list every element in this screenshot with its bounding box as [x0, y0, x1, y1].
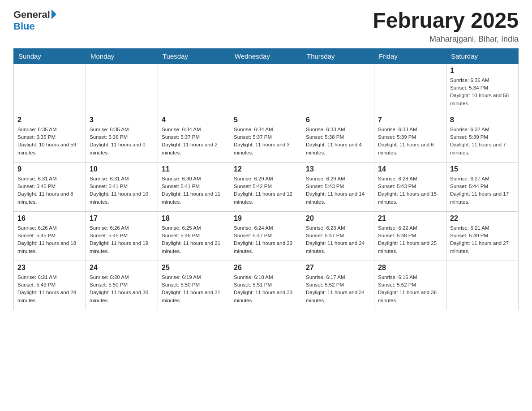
day-number: 11 [162, 165, 226, 173]
day-info: Sunrise: 6:33 AMSunset: 5:39 PMDaylight:… [378, 126, 442, 157]
calendar-cell: 6Sunrise: 6:33 AMSunset: 5:38 PMDaylight… [302, 113, 374, 162]
day-number: 22 [450, 214, 515, 223]
calendar-cell: 17Sunrise: 6:26 AMSunset: 5:45 PMDayligh… [86, 211, 158, 261]
day-info: Sunrise: 6:27 AMSunset: 5:44 PMDaylight:… [450, 175, 515, 206]
calendar-cell: 21Sunrise: 6:22 AMSunset: 5:48 PMDayligh… [374, 211, 446, 261]
day-number: 19 [234, 214, 298, 223]
calendar-cell: 3Sunrise: 6:35 AMSunset: 5:36 PMDaylight… [86, 113, 158, 162]
calendar-cell [158, 64, 230, 113]
calendar-cell: 1Sunrise: 6:36 AMSunset: 5:34 PMDaylight… [446, 64, 519, 113]
logo-blue-text: Blue [13, 21, 35, 32]
calendar-cell: 14Sunrise: 6:28 AMSunset: 5:43 PMDayligh… [374, 162, 446, 211]
location-text: Maharajgani, Bihar, India [373, 34, 519, 44]
week-row-1: 1Sunrise: 6:36 AMSunset: 5:34 PMDaylight… [14, 64, 519, 113]
calendar-cell: 11Sunrise: 6:30 AMSunset: 5:41 PMDayligh… [158, 162, 230, 211]
day-number: 27 [306, 264, 370, 272]
day-info: Sunrise: 6:26 AMSunset: 5:45 PMDaylight:… [17, 224, 82, 255]
calendar-cell: 25Sunrise: 6:19 AMSunset: 5:50 PMDayligh… [158, 261, 230, 310]
day-number: 8 [450, 116, 515, 124]
day-number: 25 [162, 264, 226, 272]
calendar-cell [86, 64, 158, 113]
calendar-cell: 12Sunrise: 6:29 AMSunset: 5:42 PMDayligh… [230, 162, 302, 211]
day-number: 26 [234, 264, 298, 272]
week-row-2: 2Sunrise: 6:35 AMSunset: 5:35 PMDaylight… [14, 113, 519, 162]
day-info: Sunrise: 6:16 AMSunset: 5:52 PMDaylight:… [378, 274, 442, 304]
calendar-cell: 24Sunrise: 6:20 AMSunset: 5:50 PMDayligh… [86, 261, 158, 310]
day-number: 6 [306, 116, 370, 124]
day-info: Sunrise: 6:34 AMSunset: 5:37 PMDaylight:… [162, 126, 226, 157]
calendar-cell: 22Sunrise: 6:21 AMSunset: 5:49 PMDayligh… [446, 211, 519, 261]
calendar-cell [230, 64, 302, 113]
calendar-cell [446, 261, 519, 310]
day-info: Sunrise: 6:33 AMSunset: 5:38 PMDaylight:… [306, 126, 370, 157]
day-number: 1 [450, 67, 515, 75]
day-info: Sunrise: 6:31 AMSunset: 5:41 PMDaylight:… [90, 175, 154, 206]
day-info: Sunrise: 6:24 AMSunset: 5:47 PMDaylight:… [234, 224, 298, 255]
logo: General Blue [13, 9, 56, 32]
calendar-cell [14, 64, 86, 113]
day-number: 16 [17, 214, 82, 223]
week-row-5: 23Sunrise: 6:21 AMSunset: 5:49 PMDayligh… [14, 261, 519, 310]
calendar-cell: 8Sunrise: 6:32 AMSunset: 5:39 PMDaylight… [446, 113, 519, 162]
day-info: Sunrise: 6:36 AMSunset: 5:34 PMDaylight:… [450, 77, 515, 107]
weekday-header-friday: Friday [374, 48, 446, 64]
calendar-cell: 4Sunrise: 6:34 AMSunset: 5:37 PMDaylight… [158, 113, 230, 162]
day-info: Sunrise: 6:31 AMSunset: 5:40 PMDaylight:… [17, 175, 82, 206]
logo-general-text: General [13, 9, 50, 21]
day-info: Sunrise: 6:35 AMSunset: 5:36 PMDaylight:… [90, 126, 154, 157]
day-info: Sunrise: 6:29 AMSunset: 5:42 PMDaylight:… [234, 175, 298, 206]
month-title: February 2025 [373, 9, 519, 33]
day-info: Sunrise: 6:26 AMSunset: 5:45 PMDaylight:… [90, 224, 154, 255]
calendar-cell: 2Sunrise: 6:35 AMSunset: 5:35 PMDaylight… [14, 113, 86, 162]
day-info: Sunrise: 6:18 AMSunset: 5:51 PMDaylight:… [234, 274, 298, 304]
calendar-cell: 7Sunrise: 6:33 AMSunset: 5:39 PMDaylight… [374, 113, 446, 162]
day-number: 13 [306, 165, 370, 173]
day-info: Sunrise: 6:25 AMSunset: 5:46 PMDaylight:… [162, 224, 226, 255]
day-info: Sunrise: 6:22 AMSunset: 5:48 PMDaylight:… [378, 224, 442, 255]
page-header: General Blue February 2025 Maharajgani, … [13, 9, 519, 44]
day-number: 3 [90, 116, 154, 124]
calendar-cell [302, 64, 374, 113]
weekday-header-wednesday: Wednesday [230, 48, 302, 64]
calendar-cell [374, 64, 446, 113]
weekday-header-sunday: Sunday [14, 48, 86, 64]
calendar-table: SundayMondayTuesdayWednesdayThursdayFrid… [13, 48, 519, 310]
calendar-cell: 16Sunrise: 6:26 AMSunset: 5:45 PMDayligh… [14, 211, 86, 261]
calendar-cell: 18Sunrise: 6:25 AMSunset: 5:46 PMDayligh… [158, 211, 230, 261]
day-number: 9 [17, 165, 82, 173]
day-number: 15 [450, 165, 515, 173]
day-info: Sunrise: 6:29 AMSunset: 5:43 PMDaylight:… [306, 175, 370, 206]
day-number: 28 [378, 264, 442, 272]
weekday-header-monday: Monday [86, 48, 158, 64]
week-row-3: 9Sunrise: 6:31 AMSunset: 5:40 PMDaylight… [14, 162, 519, 211]
day-number: 24 [90, 264, 154, 272]
day-number: 20 [306, 214, 370, 223]
day-info: Sunrise: 6:19 AMSunset: 5:50 PMDaylight:… [162, 274, 226, 304]
day-info: Sunrise: 6:32 AMSunset: 5:39 PMDaylight:… [450, 126, 515, 157]
calendar-cell: 27Sunrise: 6:17 AMSunset: 5:52 PMDayligh… [302, 261, 374, 310]
day-info: Sunrise: 6:28 AMSunset: 5:43 PMDaylight:… [378, 175, 442, 206]
weekday-header-tuesday: Tuesday [158, 48, 230, 64]
day-info: Sunrise: 6:23 AMSunset: 5:47 PMDaylight:… [306, 224, 370, 255]
calendar-cell: 5Sunrise: 6:34 AMSunset: 5:37 PMDaylight… [230, 113, 302, 162]
day-number: 12 [234, 165, 298, 173]
calendar-cell: 19Sunrise: 6:24 AMSunset: 5:47 PMDayligh… [230, 211, 302, 261]
calendar-cell: 9Sunrise: 6:31 AMSunset: 5:40 PMDaylight… [14, 162, 86, 211]
day-info: Sunrise: 6:20 AMSunset: 5:50 PMDaylight:… [90, 274, 154, 304]
calendar-cell: 13Sunrise: 6:29 AMSunset: 5:43 PMDayligh… [302, 162, 374, 211]
calendar-cell: 10Sunrise: 6:31 AMSunset: 5:41 PMDayligh… [86, 162, 158, 211]
day-info: Sunrise: 6:17 AMSunset: 5:52 PMDaylight:… [306, 274, 370, 304]
day-number: 7 [378, 116, 442, 124]
day-number: 18 [162, 214, 226, 223]
title-section: February 2025 Maharajgani, Bihar, India [373, 9, 519, 44]
day-number: 4 [162, 116, 226, 124]
week-row-4: 16Sunrise: 6:26 AMSunset: 5:45 PMDayligh… [14, 211, 519, 261]
weekday-header-row: SundayMondayTuesdayWednesdayThursdayFrid… [14, 48, 519, 64]
calendar-cell: 23Sunrise: 6:21 AMSunset: 5:49 PMDayligh… [14, 261, 86, 310]
day-info: Sunrise: 6:21 AMSunset: 5:49 PMDaylight:… [17, 274, 82, 304]
day-number: 17 [90, 214, 154, 223]
weekday-header-saturday: Saturday [446, 48, 519, 64]
logo-arrow-icon [51, 9, 56, 19]
calendar-cell: 26Sunrise: 6:18 AMSunset: 5:51 PMDayligh… [230, 261, 302, 310]
day-info: Sunrise: 6:35 AMSunset: 5:35 PMDaylight:… [17, 126, 82, 157]
